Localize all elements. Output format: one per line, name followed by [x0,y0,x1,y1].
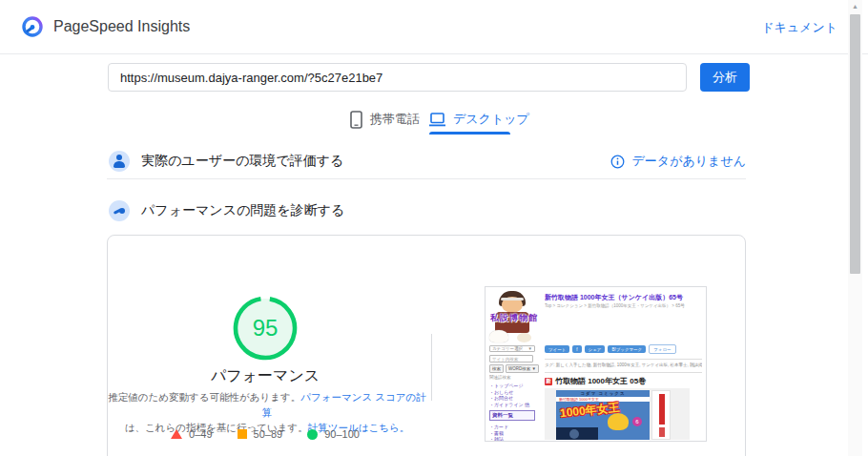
legend-range-poor: 0–49 [189,428,212,440]
pagespeed-insights-page: PageSpeed Insights ドキュメント 分析 携帯電話 デスクトップ… [0,0,868,456]
thumb-search-box: サイト内検索 [489,355,533,363]
mobile-phone-icon [350,111,362,129]
cover-volume-number: 6 [632,417,642,426]
thumb-breadcrumb: Top > コレクション > 新竹取物語（1000年女王・サンケイ出版） > 6… [545,303,704,308]
thumb-search-buttons: 検索 WORD検索 ▼ [489,364,543,373]
pagespeed-logo-icon [21,15,44,38]
diagnose-section-header: パフォーマンスの問題を診断する [109,200,344,221]
performance-score-value: 95 [231,294,300,363]
scrollbar-up-arrow[interactable]: ▲ [850,1,860,12]
thumb-share-buttons: ツイート f シェア B!ブックマーク フォロー [545,344,676,354]
field-data-user-icon [109,151,130,172]
desktop-icon [429,113,445,127]
thumb-sidebar: 私設博物館 カテゴリー選択▼ サイト内検索 検索 WORD検索 ▼ 関連語検索 … [489,291,543,442]
scrollbar-thumb[interactable] [850,14,860,274]
analyze-button[interactable]: 分析 [700,63,750,92]
thumb-cover-photo: コダマ コミックス 新竹取物語 1000年女王 1000年女王 6 [545,388,690,440]
diagnose-gauge-icon [109,200,130,221]
manga-cover-spine [651,390,671,440]
url-input[interactable] [108,63,687,92]
app-header: PageSpeed Insights ドキュメント [0,0,868,54]
cover-series-label: コダマ コミックス [556,390,650,396]
page-screenshot-thumbnail: 私設博物館 カテゴリー選択▼ サイト内検索 検索 WORD検索 ▼ 関連語検索 … [485,286,707,442]
documentation-link[interactable]: ドキュメント [761,19,837,36]
thumb-article-heading: 新 竹取物語 1000年女王 05巻 [545,376,646,386]
thumb-sidebar-links: ・カード ・書籍 ・雑誌 ・ソノシート ・パンフレット ・付録 ・LP ・CD … [489,424,543,442]
tab-mobile-label: 携帯電話 [370,111,420,128]
info-icon[interactable] [610,155,625,169]
no-data-label: データがありません [632,153,746,170]
section-divider [107,178,746,179]
legend-item-poor: 0–49 [171,428,212,440]
green-circle-icon [307,429,318,440]
site-name: 私設博物館 [486,312,542,324]
thumb-page-title: 新竹取物語 1000年女王（サンケイ出版）65号 [545,293,704,302]
performance-score-label: パフォーマンス [107,366,424,386]
cover-globe-art [556,427,598,440]
thumb-related-search: 関連語検索 [489,375,541,380]
thumb-sidebar-heading: 資料一覧 [489,410,535,421]
tab-mobile[interactable]: 携帯電話 [350,107,420,132]
field-data-section-header: 実際のユーザーの環境で評価する [109,151,343,172]
red-triangle-icon [171,429,182,439]
active-tab-underline [429,132,510,135]
diagnose-title: パフォーマンスの問題を診断する [141,202,344,219]
field-data-title: 実際のユーザーの環境で評価する [141,153,343,170]
legend-range-average: 50–89 [254,428,283,440]
score-desc-text-1: 推定値のため変動する可能性があります。 [108,391,300,403]
legend-range-good: 90–100 [324,428,360,440]
app-title: PageSpeed Insights [53,18,190,35]
thumb-main-column: 新竹取物語 1000年女王（サンケイ出版）65号 Top > コレクション > … [545,293,704,308]
manga-cover-front: コダマ コミックス 新竹取物語 1000年女王 1000年女王 6 [556,390,650,440]
legend-item-average: 50–89 [238,428,283,440]
score-legend: 0–49 50–89 90–100 [107,428,424,440]
home-link[interactable]: PageSpeed Insights [21,15,190,38]
thumb-divider-2 [545,372,702,373]
thumb-divider-1 [545,359,702,360]
new-badge: 新 [545,378,552,385]
thumb-article-title: 竹取物語 1000年女王 05巻 [555,376,646,386]
legend-item-good: 90–100 [307,428,360,440]
orange-square-icon [238,429,247,439]
thumb-sidebar-links-top: ・トップページ ・おしらせ ・お問合せ ・ガイドライン 他 [489,383,543,407]
thumb-category-select: カテゴリー選択▼ [489,345,535,352]
field-data-status: データがありません [610,153,746,170]
tab-desktop[interactable]: デスクトップ [429,107,529,132]
cover-character [608,413,629,430]
vertical-divider [431,334,432,401]
tab-desktop-label: デスクトップ [453,111,529,128]
thumb-tags-line: タグ: 新しく入手した物, 新竹取物語, 1000年女王, サンケイ出版, 松本… [545,363,702,367]
